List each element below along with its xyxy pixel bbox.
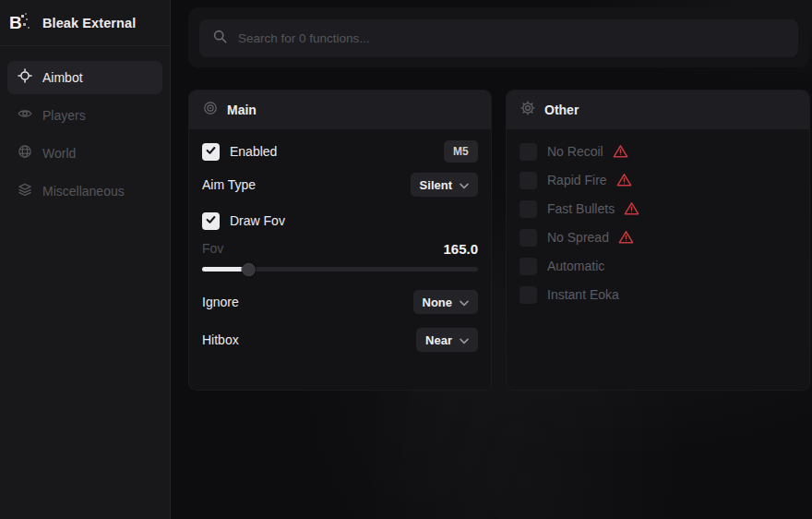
- draw-fov-checkbox[interactable]: [202, 212, 220, 230]
- panel-main: Main Enabled M5 Aim Type: [188, 90, 492, 391]
- search-container: [188, 7, 809, 67]
- search-box[interactable]: [199, 19, 798, 57]
- sidebar: B Bleak External Aimbot: [0, 0, 171, 519]
- setting-checkbox[interactable]: [519, 143, 537, 161]
- enabled-label: Enabled: [230, 144, 277, 159]
- warning-icon: [616, 173, 632, 187]
- fov-slider-row: [202, 262, 478, 277]
- keybind-button[interactable]: M5: [444, 140, 478, 163]
- setting-row-ignore: Ignore None: [202, 290, 478, 314]
- check-icon: [205, 143, 217, 160]
- logo-glitch-pixel: [25, 13, 27, 15]
- hitbox-label: Hitbox: [202, 332, 239, 347]
- other-setting-row[interactable]: Automatic: [519, 255, 796, 277]
- sidebar-item-label: Players: [42, 108, 86, 123]
- logo-glitch-pixel: [26, 18, 28, 20]
- other-setting-row[interactable]: Rapid Fire: [519, 169, 796, 191]
- chevron-down-icon: [460, 294, 469, 310]
- sidebar-item-players[interactable]: Players: [7, 99, 162, 132]
- globe-icon: [18, 144, 32, 163]
- fov-slider-thumb[interactable]: [242, 263, 256, 277]
- sidebar-item-label: Aimbot: [42, 70, 83, 85]
- sidebar-item-label: World: [42, 146, 76, 161]
- hitbox-value: Near: [425, 333, 452, 347]
- sidebar-nav: Aimbot Players World: [0, 46, 170, 208]
- setting-checkbox[interactable]: [519, 172, 537, 189]
- logo-glitch-pixel: [21, 15, 24, 18]
- setting-checkbox[interactable]: [519, 229, 537, 247]
- other-setting-row[interactable]: Instant Eoka: [519, 284, 796, 306]
- logo-glitch-pixel: [23, 23, 26, 26]
- layers-icon: [18, 182, 32, 200]
- check-icon: [205, 212, 217, 229]
- panel-other-header: Other: [507, 91, 809, 129]
- panel-other: Other No Recoil Rapid Fire: [506, 90, 810, 391]
- eye-icon: [18, 106, 32, 125]
- setting-label: Automatic: [547, 259, 604, 273]
- hitbox-dropdown[interactable]: Near: [416, 328, 478, 352]
- aim-type-dropdown[interactable]: Silent: [411, 173, 478, 197]
- app-title: Bleak External: [42, 16, 136, 30]
- panel-main-body: Enabled M5 Aim Type Silent: [189, 129, 491, 352]
- enabled-checkbox[interactable]: [202, 143, 220, 161]
- sidebar-item-world[interactable]: World: [7, 137, 162, 170]
- target-icon: [203, 101, 218, 119]
- search-input[interactable]: [238, 31, 785, 45]
- fov-label: Fov: [202, 241, 223, 256]
- chevron-down-icon: [460, 176, 469, 193]
- warning-icon: [613, 144, 628, 159]
- setting-label: Rapid Fire: [547, 173, 607, 187]
- gear-icon: [520, 101, 535, 119]
- ignore-dropdown[interactable]: None: [413, 290, 479, 314]
- logo-letter: B: [9, 14, 22, 31]
- setting-row-draw-fov: Draw Fov: [202, 210, 478, 232]
- setting-row-hitbox: Hitbox Near: [202, 328, 478, 352]
- setting-checkbox[interactable]: [519, 286, 537, 304]
- setting-label: Fast Bullets: [547, 201, 615, 216]
- setting-row-enabled: Enabled M5: [202, 140, 478, 163]
- logo-glitch-pixel: [28, 27, 30, 29]
- chevron-down-icon: [460, 332, 469, 348]
- setting-label: Instant Eoka: [547, 287, 619, 302]
- warning-icon: [624, 201, 639, 216]
- panel-title: Main: [227, 103, 257, 117]
- other-setting-row[interactable]: Fast Bullets: [519, 198, 796, 220]
- setting-label: No Spread: [547, 230, 609, 245]
- setting-checkbox[interactable]: [519, 200, 537, 218]
- aim-type-value: Silent: [420, 178, 452, 192]
- sidebar-item-label: Miscellaneous: [42, 184, 125, 199]
- ignore-value: None: [423, 296, 453, 309]
- setting-row-aim-type: Aim Type Silent: [202, 173, 478, 197]
- panel-main-header: Main: [189, 91, 491, 129]
- setting-label: No Recoil: [547, 144, 603, 159]
- aim-type-label: Aim Type: [202, 177, 256, 192]
- setting-checkbox[interactable]: [519, 258, 537, 275]
- ignore-label: Ignore: [202, 295, 239, 309]
- other-setting-row[interactable]: No Recoil: [519, 140, 796, 163]
- sidebar-item-miscellaneous[interactable]: Miscellaneous: [7, 175, 162, 208]
- draw-fov-label: Draw Fov: [230, 213, 285, 228]
- setting-row-fov: Fov 165.0: [202, 240, 478, 257]
- panel-title: Other: [544, 103, 579, 117]
- search-icon: [212, 29, 228, 48]
- app-header: B Bleak External: [0, 0, 170, 46]
- main-content: Main Enabled M5 Aim Type: [172, 0, 812, 519]
- sidebar-item-aimbot[interactable]: Aimbot: [7, 61, 162, 94]
- panel-other-body: No Recoil Rapid Fire: [507, 129, 809, 306]
- crosshair-icon: [18, 68, 32, 87]
- app-logo: B: [9, 12, 35, 34]
- fov-value: 165.0: [443, 241, 478, 257]
- other-setting-row[interactable]: No Spread: [519, 226, 796, 248]
- warning-icon: [618, 230, 634, 245]
